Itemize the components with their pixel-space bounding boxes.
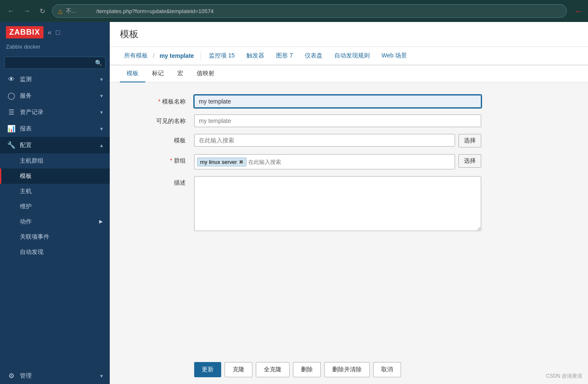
sidebar-search-container: 🔍 [0, 54, 110, 71]
chevron-up-icon: ▲ [99, 143, 104, 148]
sidebar-item-service[interactable]: ◯ 服务 ▼ [0, 87, 110, 104]
visible-name-field [194, 114, 481, 127]
forward-button[interactable]: → [21, 5, 33, 16]
sidebar-item-label: 管理 [20, 372, 95, 380]
config-icon: 🔧 [7, 141, 16, 149]
template-label: 模板 [127, 134, 194, 144]
group-tag-input[interactable]: my linux server ✖ [194, 154, 455, 169]
template-field: 选择 [194, 134, 481, 147]
sidebar-item-maintenance[interactable]: 维护 [0, 199, 110, 214]
url-text: 不... [66, 7, 76, 15]
form-body: *模板名称 可见的名称 模板 选择 [110, 82, 588, 355]
sidebar-item-reports[interactable]: 📊 报表 ▼ [0, 120, 110, 137]
required-star: * [170, 157, 172, 164]
service-icon: ◯ [7, 92, 16, 100]
sidebar-collapse-button[interactable]: « [48, 29, 51, 36]
group-tag-remove[interactable]: ✖ [239, 159, 244, 165]
sidebar-item-host-groups[interactable]: 主机群组 [0, 153, 110, 169]
page-header: 模板 [110, 22, 588, 47]
monitor-icon: 👁 [7, 76, 16, 83]
zabbix-logo: ZABBIX [6, 26, 43, 38]
chevron-right-icon: ► [98, 218, 104, 226]
breadcrumb-current[interactable]: my template [155, 47, 198, 64]
template-name-field [194, 95, 481, 108]
group-tag-label: my linux server [200, 159, 237, 165]
clone-button[interactable]: 克隆 [225, 362, 252, 377]
url-domain: /templates.php?form=update&templateid=10… [96, 8, 214, 14]
sidebar-item-admin[interactable]: ⚙ 管理 ▼ [0, 368, 110, 384]
sidebar-item-monitor[interactable]: 👁 监测 ▼ [0, 71, 110, 87]
visible-name-label: 可见的名称 [127, 114, 194, 125]
template-name-input[interactable] [194, 95, 481, 108]
group-label: *群组 [127, 154, 194, 165]
tab-auto-discover[interactable]: 自动发现规则 [328, 47, 376, 65]
description-textarea[interactable] [194, 176, 481, 231]
form-tab-template[interactable]: 模板 [120, 65, 145, 82]
browser-bar: ← → ↻ △ 不... /templates.php?form=update&… [0, 0, 588, 22]
form-tab-tags[interactable]: 标记 [145, 65, 171, 82]
sidebar-item-hosts[interactable]: 主机 [0, 184, 110, 199]
chevron-down-icon: ▼ [99, 110, 104, 115]
form-actions: 更新 克隆 全克隆 删除 删除并清除 取消 [110, 355, 588, 384]
template-select-button[interactable]: 选择 [458, 134, 481, 147]
description-field [194, 176, 481, 232]
visible-name-input[interactable] [194, 114, 481, 127]
reload-button[interactable]: ↻ [37, 5, 48, 17]
nav-divider [201, 52, 201, 60]
sidebar-logo-bar: ZABBIX « □ [0, 22, 110, 43]
sidebar-expand-button[interactable]: □ [56, 29, 60, 36]
cancel-button[interactable]: 取消 [373, 362, 401, 377]
full-clone-button[interactable]: 全克隆 [256, 362, 290, 377]
chevron-down-icon: ▼ [99, 93, 104, 98]
visible-name-row: 可见的名称 [127, 114, 571, 127]
description-label: 描述 [127, 176, 194, 187]
url-bar[interactable]: △ 不... /templates.php?form=update&templa… [52, 4, 567, 18]
sidebar-item-label: 配置 [20, 142, 95, 149]
sidebar-search-input[interactable] [4, 57, 106, 69]
main-content: 模板 所有模板 / my template 监控项 15 触发器 图形 7 仪表… [110, 22, 588, 384]
sidebar-item-config[interactable]: 🔧 配置 ▲ [0, 137, 110, 153]
group-tag: my linux server ✖ [197, 158, 247, 166]
template-name-label: *模板名称 [127, 95, 194, 106]
sidebar-item-label: 动作 [20, 218, 32, 226]
tab-triggers[interactable]: 触发器 [241, 47, 270, 65]
form-tabs: 模板 标记 宏 值映射 [110, 65, 588, 82]
template-search-input[interactable] [194, 134, 455, 147]
tab-web[interactable]: Web 场景 [376, 47, 413, 65]
warning-icon: △ [58, 8, 62, 14]
breadcrumb-nav: 所有模板 / my template 监控项 15 触发器 图形 7 仪表盘 自… [110, 47, 588, 65]
description-row: 描述 [127, 176, 571, 232]
sidebar-item-label: 资产记录 [20, 109, 95, 116]
search-icon: 🔍 [95, 60, 102, 66]
required-star: * [158, 98, 160, 105]
group-search-input[interactable] [248, 159, 452, 165]
form-tab-value-mapping[interactable]: 值映射 [190, 65, 221, 82]
template-row: 模板 选择 [127, 134, 571, 147]
sidebar-item-actions[interactable]: 动作 ► [0, 214, 110, 229]
delete-button[interactable]: 删除 [293, 362, 321, 377]
sidebar-item-assets[interactable]: ☰ 资产记录 ▼ [0, 104, 110, 120]
chevron-down-icon: ▼ [99, 77, 104, 82]
tab-monitor-items[interactable]: 监控项 15 [203, 47, 241, 65]
sidebar: ZABBIX « □ Zabbix docker 🔍 👁 监测 ▼ ◯ 服务 ▼ [0, 22, 110, 384]
sidebar-item-label: 监测 [20, 76, 95, 83]
sidebar-instance: Zabbix docker [0, 43, 110, 54]
tab-graphs[interactable]: 图形 7 [270, 47, 299, 65]
sidebar-item-templates[interactable]: 模板 [0, 169, 110, 184]
sidebar-item-label: 报表 [20, 125, 95, 133]
sidebar-item-autodiscovery[interactable]: 自动发现 [0, 245, 110, 260]
breadcrumb-separator: / [152, 52, 155, 59]
back-button[interactable]: ← [5, 5, 17, 16]
group-select-button[interactable]: 选择 [458, 154, 481, 168]
sidebar-item-correlation[interactable]: 关联项事件 [0, 229, 110, 245]
form-tab-macro[interactable]: 宏 [171, 65, 190, 82]
page-title: 模板 [120, 28, 578, 41]
watermark: CSDN @清唐清 [546, 373, 582, 380]
delete-clear-button[interactable]: 删除并清除 [324, 362, 370, 377]
template-name-row: *模板名称 [127, 95, 571, 108]
update-button[interactable]: 更新 [194, 362, 221, 377]
tab-dashboards[interactable]: 仪表盘 [299, 47, 328, 65]
reports-icon: 📊 [7, 125, 16, 133]
breadcrumb-all-templates[interactable]: 所有模板 [120, 47, 152, 65]
chevron-down-icon: ▼ [99, 126, 104, 131]
